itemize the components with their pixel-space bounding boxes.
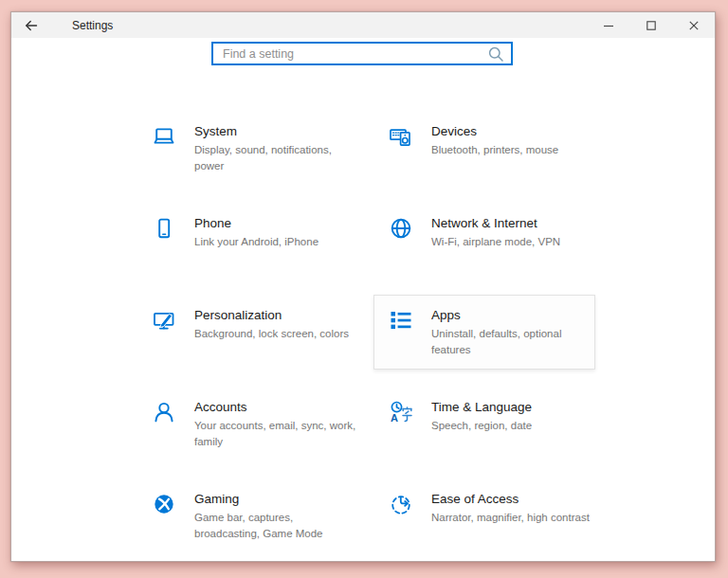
tile-personalization[interactable]: Personalization Background, lock screen,… [136, 295, 358, 370]
keyboard-speaker-icon [388, 123, 414, 150]
xbox-icon [151, 491, 177, 517]
titlebar: Settings [11, 12, 715, 38]
tile-system[interactable]: System Display, sound, notifications, po… [136, 111, 358, 186]
tile-devices[interactable]: Devices Bluetooth, printers, mouse [373, 111, 595, 186]
maximize-button[interactable] [629, 12, 672, 38]
tile-ease-of-access[interactable]: Ease of Access Narrator, magnifier, high… [373, 479, 595, 553]
tile-subtitle: Narrator, magnifier, high contrast [431, 510, 590, 526]
tile-gaming[interactable]: Gaming Game bar, captures, broadcasting,… [136, 479, 358, 553]
tile-subtitle: Wi-Fi, airplane mode, VPN [431, 234, 560, 250]
tile-accounts[interactable]: Accounts Your accounts, email, sync, wor… [136, 387, 358, 461]
ease-of-access-icon [388, 491, 414, 517]
minimize-button[interactable] [587, 12, 629, 38]
svg-text:A: A [391, 412, 398, 424]
window-title: Settings [72, 19, 113, 32]
tile-subtitle: Uninstall, defaults, optional features [431, 326, 594, 357]
tile-title: Network & Internet [431, 216, 560, 230]
search-input[interactable] [223, 47, 487, 61]
tile-subtitle: Speech, region, date [431, 418, 532, 434]
tile-subtitle: Display, sound, notifications, power [194, 142, 357, 173]
minimize-icon [604, 21, 613, 30]
tile-title: System [194, 124, 357, 138]
tile-apps[interactable]: Apps Uninstall, defaults, optional featu… [373, 295, 595, 370]
tile-phone[interactable]: Phone Link your Android, iPhone [136, 203, 358, 278]
clock-language-icon: A [388, 399, 414, 425]
tile-title: Apps [431, 308, 594, 322]
search-box [211, 42, 513, 65]
magnifier-icon[interactable] [487, 45, 504, 63]
tile-title: Time & Language [431, 400, 532, 414]
smartphone-icon [151, 215, 177, 242]
close-button[interactable] [672, 12, 715, 38]
back-button[interactable] [11, 12, 51, 38]
tile-subtitle: Your accounts, email, sync, work, family [194, 418, 357, 449]
tile-time-language[interactable]: A Time & Language Speech, region, date [373, 387, 595, 461]
tile-title: Devices [431, 124, 558, 138]
monitor-brush-icon [151, 307, 177, 334]
tile-title: Phone [194, 216, 318, 230]
tile-title: Gaming [194, 492, 357, 506]
close-icon [689, 21, 699, 30]
tile-subtitle: Link your Android, iPhone [194, 234, 318, 250]
tile-subtitle: Background, lock screen, colors [194, 326, 349, 342]
tile-subtitle: Game bar, captures, broadcasting, Game M… [194, 510, 357, 541]
tile-title: Personalization [194, 308, 349, 322]
settings-tiles-grid: System Display, sound, notifications, po… [136, 111, 595, 553]
app-list-icon [388, 307, 414, 334]
person-icon [151, 399, 177, 425]
back-arrow-icon [24, 18, 39, 33]
laptop-icon [151, 123, 177, 150]
settings-window: Settings System Display, sound, notifica… [10, 11, 716, 562]
tile-title: Accounts [194, 400, 357, 414]
tile-title: Ease of Access [431, 492, 590, 506]
maximize-icon [646, 21, 656, 30]
tile-subtitle: Bluetooth, printers, mouse [431, 142, 558, 158]
globe-icon [388, 215, 414, 242]
tile-network-internet[interactable]: Network & Internet Wi-Fi, airplane mode,… [373, 203, 595, 278]
